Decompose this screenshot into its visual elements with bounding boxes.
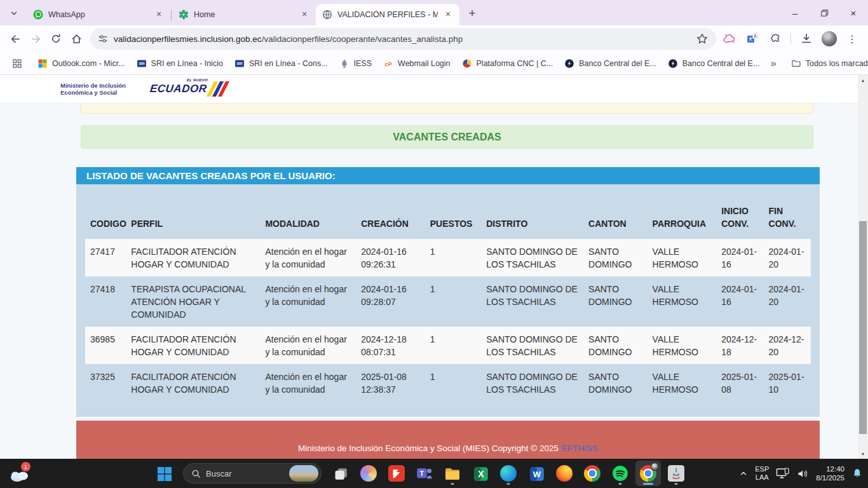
table-cell: 2024-01-20 <box>764 276 811 327</box>
file-explorer-button[interactable] <box>440 461 465 486</box>
scroll-up-arrow[interactable]: ▲ <box>858 75 868 85</box>
spotify-button[interactable] <box>607 461 633 486</box>
search-icon <box>191 469 201 478</box>
list-header-bar: LISTADO DE VACANTES CREADAS POR EL USUAR… <box>76 167 820 184</box>
ecuador-logo: EL NUEVO ECUADOR <box>150 81 226 97</box>
volume-icon[interactable] <box>797 469 809 478</box>
table-cell: 1 <box>425 364 481 402</box>
bookmark-item[interactable]: Plataforma CNC | C... <box>456 55 559 72</box>
list-title: LISTADO DE VACANTES CREADAS POR EL USUAR… <box>86 170 336 181</box>
extensions-button[interactable] <box>766 29 785 48</box>
ecuador-logo-small-text: EL NUEVO <box>187 78 208 82</box>
restore-button[interactable] <box>810 0 839 25</box>
close-icon[interactable]: × <box>299 10 309 20</box>
tab-home[interactable]: Home × <box>172 4 316 25</box>
close-icon[interactable]: × <box>154 10 164 20</box>
page-scrollbar[interactable]: ▲ ▼ <box>858 75 868 459</box>
folder-icon <box>791 58 801 69</box>
bookmark-item[interactable]: Outlook.com - Micr... <box>32 55 131 72</box>
chrome-button[interactable] <box>580 461 605 486</box>
iess-icon <box>339 58 349 69</box>
tab-validacion-perfiles[interactable]: VALIDACIÓN PERFILES - MIES × <box>316 4 459 25</box>
start-button[interactable] <box>151 461 177 486</box>
table-cell: Atención en el hogar y la comunidad <box>260 276 356 327</box>
page-viewport: Ministerio de Inclusión Económica y Soci… <box>0 75 868 459</box>
clock[interactable]: 12:40 8/1/2025 <box>816 464 844 482</box>
table-cell: 2024-01-16 <box>716 239 763 276</box>
bookmark-item[interactable]: cPWebmail Login <box>377 55 456 72</box>
sri-icon: SRI <box>234 58 245 69</box>
widgets-weather-button[interactable]: 1 <box>9 463 32 484</box>
bookmark-label: Banco Central del E... <box>682 59 760 68</box>
table-header-row: CODIGOPERFILMODALIDADCREACIÓNPUESTOSDIST… <box>85 184 811 239</box>
profile-button[interactable] <box>820 29 839 48</box>
back-button[interactable] <box>5 29 25 49</box>
tray-chevron-up-icon[interactable] <box>739 469 748 478</box>
translate-button[interactable]: A <box>743 29 762 48</box>
table-cell: FACILITADOR ATENCIÓN HOGAR Y COMUNIDAD <box>126 327 260 364</box>
excel-button[interactable]: X <box>468 461 493 486</box>
mies-logo-line2: Económica y Social <box>60 89 126 96</box>
all-bookmarks-button[interactable]: Todos los marcadores <box>785 55 868 72</box>
scroll-down-arrow[interactable]: ▼ <box>858 449 868 459</box>
table-cell: 1 <box>425 327 481 364</box>
table-cell: Atención en el hogar y la comunidad <box>260 239 356 276</box>
reload-button[interactable] <box>46 29 66 49</box>
apps-grid-button[interactable] <box>6 55 28 72</box>
table-cell: SANTO DOMINGO DE LOS TSACHILAS <box>481 239 583 276</box>
language-line1: ESP <box>755 465 769 473</box>
address-bar[interactable]: validacionperfilesmies.inclusion.gob.ec/… <box>90 28 716 50</box>
chrome-active-button[interactable] <box>635 461 661 486</box>
ai-cloud-button[interactable] <box>720 29 739 48</box>
tab-divider <box>171 10 172 20</box>
notification-badge: 1 <box>21 462 31 471</box>
task-view-button[interactable] <box>328 461 353 486</box>
language-indicator[interactable]: ESP LAA <box>755 465 769 482</box>
minimize-button[interactable]: – <box>780 0 810 25</box>
close-window-button[interactable]: × <box>839 0 868 25</box>
new-tab-button[interactable]: + <box>463 4 481 22</box>
bookmark-item[interactable]: Banco Central del E... <box>662 55 766 72</box>
table-cell: SANTO DOMINGO DE LOS TSACHILAS <box>481 276 583 327</box>
bookmark-item[interactable]: Banco Central del E... <box>559 55 662 72</box>
copilot-button[interactable] <box>356 461 381 486</box>
language-line2: LAA <box>756 473 769 481</box>
bookmark-star-icon[interactable] <box>696 32 709 45</box>
downloads-button[interactable] <box>797 29 816 48</box>
bookmark-item[interactable]: IESS <box>334 55 378 72</box>
java-app-button[interactable] <box>663 461 689 486</box>
teams-button[interactable]: T <box>412 461 437 486</box>
table-cell: VALLE HERMOSO <box>648 327 717 364</box>
bookmark-item[interactable]: SRISRI en Línea - Inicio <box>131 55 229 72</box>
globe-icon <box>322 10 332 20</box>
pdf-app-button[interactable] <box>384 461 409 486</box>
column-header: PARROQUIA <box>648 184 717 239</box>
date: 8/1/2025 <box>816 474 844 482</box>
tab-search-button[interactable] <box>5 4 23 22</box>
scrollbar-thumb[interactable] <box>859 221 867 434</box>
word-button[interactable]: W <box>524 461 549 486</box>
bookmarks-list: Outlook.com - Micr...SRISRI en Línea - I… <box>32 55 765 72</box>
firefox-button[interactable] <box>552 461 577 486</box>
edge-button[interactable] <box>496 461 521 486</box>
spotify-icon <box>612 465 628 482</box>
taskbar-search[interactable]: Buscar <box>183 463 322 484</box>
excel-icon: X <box>473 466 489 482</box>
footer-link[interactable]: EFTHISS <box>562 444 598 453</box>
network-icon[interactable] <box>776 468 790 479</box>
table-cell: 2024-12-20 <box>764 327 811 364</box>
table-cell: 2024-12-18 08:07:31 <box>356 327 425 364</box>
tab-whatsapp[interactable]: WhatsApp × <box>27 4 170 25</box>
bookmark-item[interactable]: SRISRI en Línea - Cons... <box>229 55 334 72</box>
file-explorer-icon <box>444 465 461 482</box>
search-placeholder: Buscar <box>206 469 284 478</box>
forward-button[interactable] <box>25 29 46 49</box>
table-cell: SANTO DOMINGO DE LOS TSACHILAS <box>481 364 583 402</box>
banco-icon <box>668 58 678 69</box>
bookmark-label: IESS <box>354 59 372 68</box>
menu-button[interactable]: ⋮ <box>843 29 862 48</box>
bookmarks-overflow-chevron[interactable]: » <box>765 57 781 70</box>
notification-bell-icon[interactable] <box>851 468 863 479</box>
home-button[interactable] <box>66 29 86 49</box>
close-icon[interactable]: × <box>443 10 453 20</box>
